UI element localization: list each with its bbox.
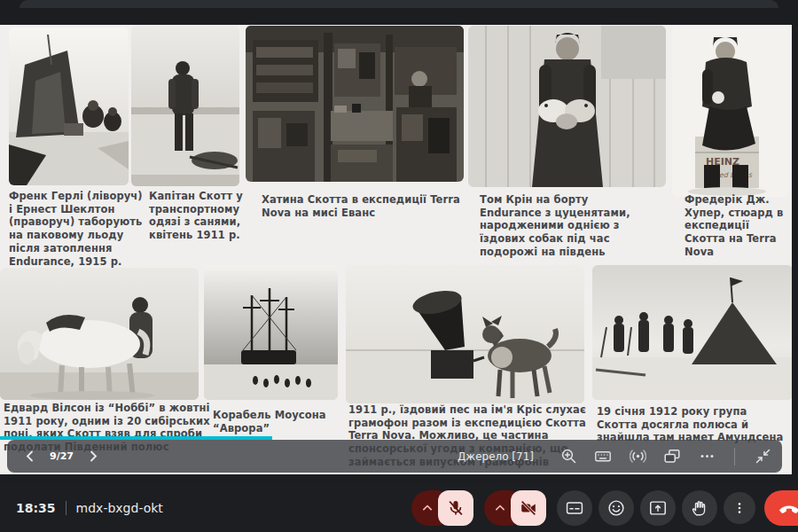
smiley-icon: [606, 498, 626, 518]
clock-time: 18:35: [16, 501, 56, 515]
chevron-up-icon: [491, 499, 509, 517]
photo-pony-nobby-art: [0, 268, 199, 400]
photo-hooper-crate: HEINZ Baked Beans: [672, 25, 789, 197]
collapse-presentation-button[interactable]: [754, 448, 771, 466]
meeting-info: 18:35 mdx-bxgd-okt: [16, 483, 163, 532]
mic-mute-button[interactable]: [438, 490, 473, 526]
photo-aurora-ship: [204, 265, 338, 400]
photo-hut-interior-art: [246, 26, 464, 182]
photo-amundsen-tent: [592, 265, 792, 400]
present-windows-icon: [663, 448, 681, 465]
more-horizontal-icon: [699, 448, 716, 465]
photo-pony-nobby: [0, 268, 199, 400]
caption-scott-sledge: Капітан Скотт у транспортному одязі з са…: [149, 190, 248, 242]
shared-presentation-slide[interactable]: HEINZ Baked Beans Френк Герлі (ліворуч) …: [0, 25, 792, 474]
slide-bar-divider: [734, 448, 735, 466]
photo-scott-sledge-art: [131, 26, 239, 186]
caption-crean-puppies: Том Крін на борту Endurance з цуценятами…: [480, 193, 652, 259]
raise-hand-button[interactable]: [682, 490, 717, 526]
photo-endurance-camp-art: [9, 27, 129, 185]
photo-dog-gramophone: [346, 265, 584, 403]
caption-aurora-ship: Корабель Моусона “Аврора”: [213, 409, 346, 434]
mic-off-icon: [446, 498, 466, 518]
meeting-code: mdx-bxgd-okt: [76, 501, 163, 515]
keyboard-shortcuts-button[interactable]: [594, 448, 612, 466]
meet-bottom-bar: 18:35 mdx-bxgd-okt: [0, 483, 798, 532]
caption-hut-interior: Хатина Скотта в експедиції Terra Nova на…: [262, 193, 464, 219]
zoom-in-icon: [560, 448, 577, 465]
chevron-right-icon: [90, 450, 98, 462]
photo-scott-sledge: [131, 26, 239, 186]
call-controls: [411, 483, 798, 532]
keyboard-icon: [594, 448, 612, 465]
camera-off-icon: [519, 498, 538, 518]
slide-page-indicator: 9/27: [50, 450, 74, 462]
raised-hand-icon: [690, 498, 709, 518]
more-vertical-icon: [731, 499, 748, 517]
end-call-button[interactable]: [764, 490, 798, 526]
chevron-left-icon: [26, 450, 34, 462]
caption-hooper: Фредерік Дж. Хупер, стюард в експедиції …: [685, 193, 787, 259]
reactions-button[interactable]: [598, 490, 634, 526]
shared-window-top-edge: [20, 0, 778, 8]
meet-call-screen: { "colors": { "canvas_bg": "#1b1d20", "s…: [0, 0, 798, 532]
slide-nav: 9/27: [21, 449, 102, 465]
photo-amundsen-tent-art: [592, 265, 792, 400]
chevron-up-icon: [419, 499, 436, 517]
present-screen-button[interactable]: [640, 490, 676, 526]
laser-pointer-icon: [630, 448, 646, 465]
photo-aurora-ship-art: [204, 265, 338, 400]
photo-dog-gramophone-art: [346, 265, 584, 403]
captions-button[interactable]: [557, 490, 592, 526]
more-tools-button[interactable]: [698, 448, 716, 466]
more-options-button[interactable]: [724, 492, 755, 524]
photo-hut-interior: [246, 26, 464, 182]
info-divider: [66, 501, 66, 515]
caption-endurance-camp: Френк Герлі (ліворуч) і Ернест Шеклтон (…: [9, 190, 145, 268]
previous-slide-button[interactable]: [21, 449, 37, 465]
present-screen-icon: [648, 498, 668, 518]
mic-control-group: [411, 490, 473, 526]
presentation-control-bar: 9/27 Джерело [71]: [7, 440, 782, 473]
photo-hooper-crate-art: HEINZ Baked Beans: [672, 25, 789, 197]
call-end-icon: [778, 497, 798, 520]
next-slide-button[interactable]: [86, 449, 102, 465]
camera-control-group: [484, 490, 546, 526]
camera-off-button[interactable]: [511, 490, 546, 526]
present-windows-button[interactable]: [663, 448, 681, 466]
photo-crean-puppies-art: [468, 26, 666, 187]
photo-endurance-camp: [9, 27, 129, 185]
collapse-icon: [755, 448, 771, 465]
source-label: Джерело [71]: [458, 450, 534, 463]
laser-pointer-button[interactable]: [629, 448, 646, 466]
caption-amundsen-tent: 19 січня 1912 року група Скотта досягла …: [597, 405, 788, 444]
photo-crean-puppies: [468, 26, 666, 187]
zoom-in-button[interactable]: [559, 448, 577, 466]
captions-icon: [565, 498, 584, 518]
slide-bar-right-group: Джерело [71]: [458, 448, 771, 466]
